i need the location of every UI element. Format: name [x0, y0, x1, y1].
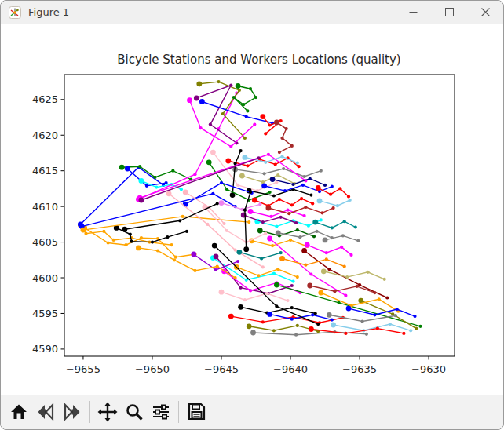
worker-point [138, 165, 141, 168]
worker-point [331, 319, 334, 322]
station-point [219, 200, 225, 206]
minimize-button[interactable] [395, 1, 431, 24]
worker-point [325, 251, 328, 254]
station-point [321, 268, 327, 274]
worker-point [181, 215, 184, 218]
chart-svg[interactable]: Bicycle Stations and Workers Locations (… [1, 24, 504, 395]
station-point [139, 198, 144, 203]
worker-point [285, 127, 288, 130]
worker-point [356, 239, 360, 242]
worker-point [383, 278, 386, 281]
worker-point [358, 283, 361, 286]
worker-point [344, 332, 347, 335]
worker-point [199, 126, 203, 129]
worker-point [341, 234, 345, 237]
titlebar: Figure 1 [1, 1, 503, 24]
worker-point [338, 301, 341, 304]
worker-point [276, 268, 279, 271]
worker-point [272, 272, 276, 275]
app-icon[interactable] [8, 5, 22, 20]
close-button[interactable] [467, 1, 503, 24]
worker-point [296, 162, 299, 165]
station-point [301, 248, 307, 253]
worker-point [312, 235, 316, 238]
chart-title: Bicycle Stations and Workers Locations (… [117, 53, 400, 67]
maximize-icon [445, 8, 454, 16]
worker-point [309, 272, 312, 275]
worker-point [264, 232, 267, 235]
worker-point [279, 251, 283, 254]
worker-point [217, 80, 220, 83]
worker-point [287, 212, 290, 215]
zoom-button[interactable] [122, 399, 146, 425]
station-point [323, 238, 328, 243]
worker-point [209, 123, 212, 126]
worker-point [336, 204, 339, 207]
home-button[interactable] [7, 399, 31, 425]
configure-subplots-button[interactable] [149, 399, 173, 425]
y-tick-label: 4600 [32, 272, 58, 284]
station-point [327, 312, 332, 318]
worker-point [280, 137, 283, 140]
route-line [252, 240, 308, 246]
worker-point [320, 218, 323, 221]
station-point [236, 83, 241, 89]
back-arrow-icon [36, 403, 55, 421]
worker-point [129, 233, 132, 236]
station-point [237, 250, 243, 255]
worker-point [174, 256, 177, 259]
worker-point [303, 214, 306, 217]
x-tick-label: −9630 [411, 363, 446, 375]
worker-point [236, 260, 239, 263]
back-button[interactable] [34, 399, 57, 425]
worker-point [254, 96, 257, 99]
station-point [187, 97, 192, 103]
figure-canvas[interactable]: Bicycle Stations and Workers Locations (… [1, 24, 504, 395]
worker-point [253, 123, 256, 126]
route-line [221, 203, 260, 210]
station-point [266, 206, 272, 211]
worker-point [316, 322, 320, 326]
station-point [119, 165, 125, 170]
worker-point [275, 304, 278, 308]
y-tick-label: 4590 [32, 343, 58, 355]
station-point [274, 282, 279, 288]
pan-button[interactable] [96, 399, 119, 425]
station-point [206, 159, 212, 165]
worker-point [283, 189, 287, 192]
x-tick-label: −9650 [135, 363, 170, 375]
worker-point [107, 241, 110, 244]
station-point [276, 230, 281, 235]
worker-point [329, 193, 332, 196]
station-point [122, 227, 127, 232]
worker-point [166, 235, 169, 239]
station-point [305, 242, 310, 248]
worker-point [216, 202, 219, 205]
worker-point [290, 318, 294, 321]
worker-point [225, 229, 228, 232]
worker-point [349, 199, 352, 202]
route-line [276, 122, 291, 152]
plot-area[interactable] [64, 75, 455, 356]
worker-point [325, 257, 328, 261]
worker-point [242, 103, 245, 106]
worker-point [343, 220, 346, 223]
worker-point [331, 185, 334, 188]
worker-point [307, 224, 310, 228]
worker-point [243, 137, 247, 140]
route-line [254, 199, 312, 206]
station-point [225, 159, 231, 164]
station-point [212, 243, 217, 249]
worker-point [282, 167, 285, 170]
worker-point [402, 332, 405, 335]
worker-point [239, 149, 243, 152]
worker-point [301, 184, 305, 187]
save-button[interactable] [184, 399, 208, 425]
maximize-button[interactable] [431, 1, 467, 24]
save-floppy-icon [187, 402, 206, 421]
worker-point [243, 298, 247, 301]
worker-point [373, 291, 376, 294]
forward-button[interactable] [60, 399, 84, 425]
route-line [320, 200, 350, 206]
worker-point [298, 235, 301, 239]
